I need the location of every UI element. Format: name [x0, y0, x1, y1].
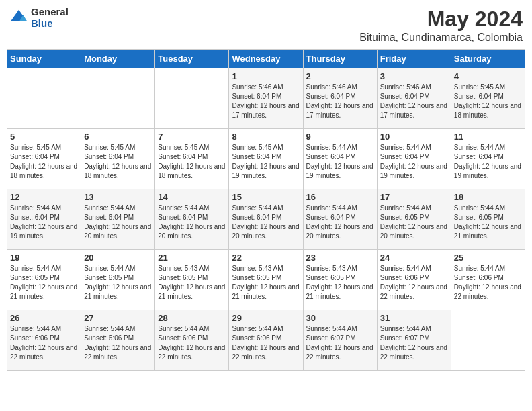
calendar-table: Sunday Monday Tuesday Wednesday Thursday… — [7, 49, 525, 371]
cell-sun-info: Sunrise: 5:44 AM Sunset: 6:04 PM Dayligh… — [158, 203, 226, 241]
header-row: Sunday Monday Tuesday Wednesday Thursday… — [7, 50, 525, 68]
calendar-cell — [81, 68, 155, 129]
day-number: 3 — [380, 71, 448, 81]
calendar-cell: 14Sunrise: 5:44 AM Sunset: 6:04 PM Dayli… — [155, 189, 229, 250]
header-saturday: Saturday — [451, 50, 525, 68]
calendar-cell: 20Sunrise: 5:44 AM Sunset: 6:05 PM Dayli… — [81, 250, 155, 310]
cell-sun-info: Sunrise: 5:44 AM Sunset: 6:05 PM Dayligh… — [84, 264, 152, 302]
calendar-cell — [7, 68, 81, 129]
day-number: 11 — [454, 132, 522, 142]
day-number: 29 — [232, 313, 300, 323]
calendar-week-3: 12Sunrise: 5:44 AM Sunset: 6:04 PM Dayli… — [7, 189, 525, 250]
cell-sun-info: Sunrise: 5:44 AM Sunset: 6:06 PM Dayligh… — [380, 264, 448, 302]
calendar-cell: 17Sunrise: 5:44 AM Sunset: 6:05 PM Dayli… — [377, 189, 451, 250]
calendar-week-5: 26Sunrise: 5:44 AM Sunset: 6:06 PM Dayli… — [7, 310, 525, 371]
cell-sun-info: Sunrise: 5:44 AM Sunset: 6:06 PM Dayligh… — [232, 324, 300, 362]
calendar-cell: 6Sunrise: 5:45 AM Sunset: 6:04 PM Daylig… — [81, 129, 155, 189]
calendar-cell: 9Sunrise: 5:44 AM Sunset: 6:04 PM Daylig… — [303, 129, 377, 189]
cell-sun-info: Sunrise: 5:43 AM Sunset: 6:05 PM Dayligh… — [158, 264, 226, 302]
day-number: 23 — [306, 253, 374, 263]
cell-sun-info: Sunrise: 5:44 AM Sunset: 6:04 PM Dayligh… — [454, 143, 522, 181]
day-number: 13 — [84, 192, 152, 202]
title-block: May 2024 Bituima, Cundinamarca, Colombia — [359, 7, 523, 44]
calendar-cell: 2Sunrise: 5:46 AM Sunset: 6:04 PM Daylig… — [303, 68, 377, 129]
cell-sun-info: Sunrise: 5:44 AM Sunset: 6:06 PM Dayligh… — [454, 264, 522, 302]
logo-blue: Blue — [31, 18, 69, 30]
calendar-cell: 28Sunrise: 5:44 AM Sunset: 6:06 PM Dayli… — [155, 310, 229, 371]
header-monday: Monday — [81, 50, 155, 68]
cell-sun-info: Sunrise: 5:44 AM Sunset: 6:05 PM Dayligh… — [10, 264, 78, 302]
cell-sun-info: Sunrise: 5:44 AM Sunset: 6:07 PM Dayligh… — [380, 324, 448, 362]
day-number: 1 — [232, 71, 300, 81]
cell-sun-info: Sunrise: 5:45 AM Sunset: 6:04 PM Dayligh… — [232, 143, 300, 181]
day-number: 20 — [84, 253, 152, 263]
day-number: 15 — [232, 192, 300, 202]
cell-sun-info: Sunrise: 5:44 AM Sunset: 6:05 PM Dayligh… — [380, 203, 448, 241]
logo-icon — [9, 9, 28, 28]
cell-sun-info: Sunrise: 5:44 AM Sunset: 6:04 PM Dayligh… — [232, 203, 300, 241]
cell-sun-info: Sunrise: 5:45 AM Sunset: 6:04 PM Dayligh… — [10, 143, 78, 181]
calendar-cell: 1Sunrise: 5:46 AM Sunset: 6:04 PM Daylig… — [229, 68, 303, 129]
calendar-cell: 16Sunrise: 5:44 AM Sunset: 6:04 PM Dayli… — [303, 189, 377, 250]
cell-sun-info: Sunrise: 5:46 AM Sunset: 6:04 PM Dayligh… — [306, 83, 374, 120]
header-thursday: Thursday — [303, 50, 377, 68]
calendar-cell: 31Sunrise: 5:44 AM Sunset: 6:07 PM Dayli… — [377, 310, 451, 371]
calendar-cell: 3Sunrise: 5:46 AM Sunset: 6:04 PM Daylig… — [377, 68, 451, 129]
cell-sun-info: Sunrise: 5:43 AM Sunset: 6:05 PM Dayligh… — [306, 264, 374, 302]
day-number: 28 — [158, 313, 226, 323]
day-number: 5 — [10, 132, 78, 142]
calendar-cell: 29Sunrise: 5:44 AM Sunset: 6:06 PM Dayli… — [229, 310, 303, 371]
logo-text: General Blue — [31, 7, 69, 29]
calendar-week-2: 5Sunrise: 5:45 AM Sunset: 6:04 PM Daylig… — [7, 129, 525, 189]
day-number: 2 — [306, 71, 374, 81]
calendar-week-1: 1Sunrise: 5:46 AM Sunset: 6:04 PM Daylig… — [7, 68, 525, 129]
cell-sun-info: Sunrise: 5:46 AM Sunset: 6:04 PM Dayligh… — [380, 83, 448, 120]
calendar-cell: 27Sunrise: 5:44 AM Sunset: 6:06 PM Dayli… — [81, 310, 155, 371]
cell-sun-info: Sunrise: 5:44 AM Sunset: 6:06 PM Dayligh… — [84, 324, 152, 362]
cell-sun-info: Sunrise: 5:44 AM Sunset: 6:04 PM Dayligh… — [380, 143, 448, 181]
calendar-cell: 21Sunrise: 5:43 AM Sunset: 6:05 PM Dayli… — [155, 250, 229, 310]
calendar-cell — [451, 310, 525, 371]
calendar-cell: 15Sunrise: 5:44 AM Sunset: 6:04 PM Dayli… — [229, 189, 303, 250]
day-number: 6 — [84, 132, 152, 142]
day-number: 30 — [306, 313, 374, 323]
day-number: 31 — [380, 313, 448, 323]
day-number: 22 — [232, 253, 300, 263]
day-number: 8 — [232, 132, 300, 142]
cell-sun-info: Sunrise: 5:44 AM Sunset: 6:05 PM Dayligh… — [454, 203, 522, 241]
calendar-cell: 30Sunrise: 5:44 AM Sunset: 6:07 PM Dayli… — [303, 310, 377, 371]
calendar-cell: 13Sunrise: 5:44 AM Sunset: 6:04 PM Dayli… — [81, 189, 155, 250]
cell-sun-info: Sunrise: 5:46 AM Sunset: 6:04 PM Dayligh… — [232, 83, 300, 120]
header-tuesday: Tuesday — [155, 50, 229, 68]
header-wednesday: Wednesday — [229, 50, 303, 68]
cell-sun-info: Sunrise: 5:44 AM Sunset: 6:07 PM Dayligh… — [306, 324, 374, 362]
cell-sun-info: Sunrise: 5:45 AM Sunset: 6:04 PM Dayligh… — [454, 83, 522, 120]
header-sunday: Sunday — [7, 50, 81, 68]
calendar-cell: 10Sunrise: 5:44 AM Sunset: 6:04 PM Dayli… — [377, 129, 451, 189]
cell-sun-info: Sunrise: 5:44 AM Sunset: 6:04 PM Dayligh… — [84, 203, 152, 241]
cell-sun-info: Sunrise: 5:44 AM Sunset: 6:04 PM Dayligh… — [306, 203, 374, 241]
day-number: 24 — [380, 253, 448, 263]
day-number: 26 — [10, 313, 78, 323]
page-header: General Blue May 2024 Bituima, Cundinama… — [7, 7, 525, 44]
calendar-cell: 25Sunrise: 5:44 AM Sunset: 6:06 PM Dayli… — [451, 250, 525, 310]
cell-sun-info: Sunrise: 5:43 AM Sunset: 6:05 PM Dayligh… — [232, 264, 300, 302]
day-number: 19 — [10, 253, 78, 263]
cell-sun-info: Sunrise: 5:45 AM Sunset: 6:04 PM Dayligh… — [84, 143, 152, 181]
cell-sun-info: Sunrise: 5:44 AM Sunset: 6:04 PM Dayligh… — [10, 203, 78, 241]
day-number: 21 — [158, 253, 226, 263]
main-title: May 2024 — [359, 7, 523, 32]
calendar-cell: 11Sunrise: 5:44 AM Sunset: 6:04 PM Dayli… — [451, 129, 525, 189]
logo-general: General — [31, 7, 69, 18]
calendar-cell: 23Sunrise: 5:43 AM Sunset: 6:05 PM Dayli… — [303, 250, 377, 310]
calendar-cell: 24Sunrise: 5:44 AM Sunset: 6:06 PM Dayli… — [377, 250, 451, 310]
day-number: 17 — [380, 192, 448, 202]
day-number: 18 — [454, 192, 522, 202]
logo: General Blue — [9, 7, 69, 29]
calendar-cell: 19Sunrise: 5:44 AM Sunset: 6:05 PM Dayli… — [7, 250, 81, 310]
header-friday: Friday — [377, 50, 451, 68]
calendar-cell: 5Sunrise: 5:45 AM Sunset: 6:04 PM Daylig… — [7, 129, 81, 189]
calendar-week-4: 19Sunrise: 5:44 AM Sunset: 6:05 PM Dayli… — [7, 250, 525, 310]
calendar-cell: 26Sunrise: 5:44 AM Sunset: 6:06 PM Dayli… — [7, 310, 81, 371]
day-number: 14 — [158, 192, 226, 202]
